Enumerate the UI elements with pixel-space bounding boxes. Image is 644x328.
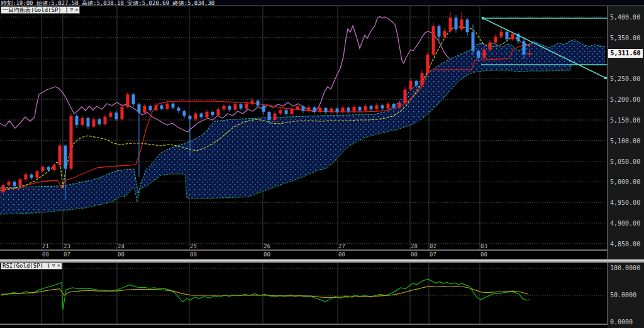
price-axis-label: 5,000.00 (610, 178, 640, 185)
close-icon[interactable]: ✕ (75, 7, 78, 13)
time-tick-day: 02 (430, 244, 436, 249)
time-tick-hour: 00 (264, 252, 270, 258)
price-axis: 5,400.005,350.005,250.005,200.005,150.00… (608, 6, 644, 259)
time-tick-hour: 07 (64, 252, 70, 258)
price-axis-label: 5,100.00 (610, 138, 640, 145)
price-axis-label: 5,200.00 (610, 96, 640, 103)
main-indicator-label: 一目均衡表(Gold(SP) ) (3, 7, 69, 13)
time-tick-hour: 07 (430, 252, 436, 258)
collapse-icon[interactable]: ▽ (70, 7, 74, 13)
price-axis-label: 5,250.00 (610, 75, 640, 82)
price-axis-label: 4,850.00 (610, 241, 640, 248)
time-tick-day: 21 (42, 244, 49, 249)
panel-separator[interactable] (0, 259, 644, 263)
time-tick-day: 28 (411, 244, 418, 249)
rsi-axis: 100.000050.00000.0000 (608, 262, 644, 328)
rsi-axis-label: 50.0000 (610, 292, 636, 298)
rsi-indicator-label: RSI(Gold(SP) ) (3, 263, 50, 269)
trading-app-window: 時刻:19:00 始値:5,027.58 高値:5,038.18 安値:5,02… (0, 0, 644, 328)
time-tick-day: 26 (264, 244, 270, 249)
time-tick-day: 23 (64, 244, 70, 249)
time-tick-hour: 00 (190, 252, 197, 258)
price-axis-label: 5,150.00 (610, 117, 640, 124)
close-icon[interactable]: ✕ (57, 263, 60, 269)
time-tick-day: 27 (338, 244, 345, 249)
time-tick-hour: 00 (480, 252, 487, 258)
time-tick-day: 03 (480, 244, 487, 249)
rsi-axis-label: 100.0000 (610, 265, 640, 271)
time-tick-hour: 00 (338, 252, 345, 258)
time-tick-hour: 00 (42, 252, 49, 258)
price-axis-label: 5,350.00 (610, 35, 640, 41)
collapse-icon[interactable]: ▽ (52, 263, 55, 269)
price-axis-label: 4,900.00 (610, 220, 640, 227)
rsi-axis-label: 0.0000 (610, 319, 633, 325)
price-axis-label: 4,950.00 (610, 199, 640, 206)
price-axis-label: 5,050.00 (610, 158, 640, 165)
time-tick-hour: 00 (411, 252, 418, 258)
time-tick-hour: 00 (118, 252, 125, 258)
main-indicator-tag[interactable]: 一目均衡表(Gold(SP) ) ▽ ✕ (1, 6, 80, 14)
chart-canvas[interactable] (0, 0, 644, 328)
price-axis-label: 5,400.00 (610, 14, 640, 21)
rsi-indicator-tag[interactable]: RSI(Gold(SP) ) ▽ ✕ (1, 262, 62, 270)
current-price-badge: 5,311.60 (608, 49, 643, 58)
time-tick-day: 25 (190, 244, 197, 249)
time-tick-day: 24 (118, 244, 125, 249)
